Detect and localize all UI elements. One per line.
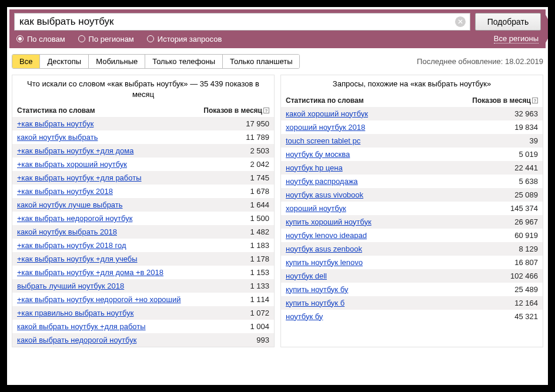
filter-by-regions[interactable]: По регионам [78,35,134,43]
clear-icon[interactable]: ✕ [455,16,466,27]
query-link[interactable]: +как выбрать недорогой ноутбук [17,214,132,223]
tab-3[interactable]: Только телефоны [145,55,223,68]
submit-button[interactable]: Подобрать [475,13,541,31]
impressions-count: 45 321 [510,312,538,321]
query-link[interactable]: +как выбрать ноутбук +для учебы [17,254,138,263]
left-header-stat: Статистика по словам [17,106,95,115]
query-link[interactable]: ноутбук dell [286,272,327,280]
left-header-count: Показов в месяц? [203,106,269,115]
impressions-count: 39 [525,136,538,145]
right-row: ноутбук lenovo ideapad60 919 [281,229,543,242]
impressions-count: 1 482 [245,227,269,236]
query-link[interactable]: +как выбрать ноутбук недорогой +но хорош… [17,295,181,304]
left-row: какой ноутбук выбрать11 789 [12,130,274,144]
right-row: какой хороший ноутбук32 963 [281,107,543,120]
right-row: ноутбук hp цена22 441 [281,161,543,175]
impressions-count: 25 089 [510,190,538,199]
left-row: +как выбрать ноутбук +для дома +в 20181 … [12,266,274,279]
query-link[interactable]: хороший ноутбук 2018 [286,123,365,132]
right-row: ноутбук бу москва5 019 [281,148,543,161]
help-icon[interactable]: ? [263,108,269,113]
right-row: ноутбук распродажа5 638 [281,175,543,188]
query-link[interactable]: ноутбук lenovo ideapad [286,231,367,240]
radio-icon [16,35,24,42]
tab-2[interactable]: Мобильные [89,55,145,68]
query-link[interactable]: +как выбрать ноутбук +для дома [17,146,133,155]
impressions-count: 25 489 [510,285,538,294]
query-link[interactable]: ноутбук asus vivobook [286,190,363,199]
all-regions-link[interactable]: Все регионы [494,34,539,43]
query-link[interactable]: touch screen tablet pc [286,136,360,145]
left-row: какой выбрать ноутбук +для работы1 004 [12,320,274,333]
query-link[interactable]: какой выбрать ноутбук +для работы [17,322,146,331]
query-link[interactable]: +как правильно выбрать ноутбук [17,309,133,317]
topbar: ✕ Подобрать По словам По регионам Истори… [9,9,546,48]
impressions-count: 1 133 [245,282,269,290]
query-link[interactable]: +как выбрать ноутбук +для дома +в 2018 [17,268,163,277]
filter-by-words[interactable]: По словам [16,35,65,43]
impressions-count: 1 500 [245,214,269,223]
right-row: ноутбук asus vivobook25 089 [281,188,543,202]
query-link[interactable]: +как выбрать ноутбук 2018 [17,187,113,196]
radio-icon [147,35,154,42]
query-link[interactable]: +как выбрать ноутбук +для работы [17,173,142,182]
right-row: купить ноутбук б12 164 [281,296,543,310]
right-title: Запросы, похожие на «как выбрать ноутбук… [281,75,543,94]
right-column: Запросы, похожие на «как выбрать ноутбук… [280,75,543,347]
filter-label: История запросов [158,35,222,43]
impressions-count: 5 019 [514,150,538,159]
query-link[interactable]: ноутбук бу москва [286,150,350,159]
impressions-count: 12 164 [510,299,538,307]
impressions-count: 1 183 [245,241,269,250]
right-row: купить хороший ноутбук26 967 [281,215,543,229]
query-link[interactable]: купить ноутбук бу [286,285,348,294]
impressions-count: 22 441 [510,163,538,172]
left-column: Что искали со словом «как выбрать ноутбу… [12,75,275,347]
query-link[interactable]: купить хороший ноутбук [286,217,372,226]
impressions-count: 2 503 [245,146,269,155]
query-link[interactable]: выбрать лучший ноутбук 2018 [17,282,124,290]
left-row: +как правильно выбрать ноутбук1 072 [12,306,274,320]
right-header-count: Показов в месяц? [472,96,538,105]
impressions-count: 1 153 [245,268,269,277]
impressions-count: 1 004 [245,322,269,331]
query-link[interactable]: +как выбрать хороший ноутбук [17,160,127,169]
impressions-count: 16 807 [510,258,538,267]
left-row: какой ноутбук выбрать 20181 482 [12,225,274,239]
last-updated: Последнее обновление: 18.02.2019 [417,57,543,66]
query-link[interactable]: +как выбрать ноутбук [17,119,93,128]
filter-label: По регионам [89,35,134,43]
help-icon[interactable]: ? [532,98,538,103]
query-link[interactable]: купить ноутбук б [286,299,345,307]
impressions-count: 60 919 [510,231,538,240]
left-row: +как выбрать ноутбук +для работы1 745 [12,171,274,185]
left-row: какой ноутбук лучше выбрать1 644 [12,198,274,212]
query-link[interactable]: ноутбук распродажа [286,177,358,186]
filter-history[interactable]: История запросов [147,35,222,43]
query-link[interactable]: +как выбрать ноутбук 2018 год [17,241,126,250]
query-link[interactable]: какой ноутбук выбрать 2018 [17,227,117,236]
tab-4[interactable]: Только планшеты [223,55,299,68]
left-row: +как выбрать ноутбук17 950 [12,117,274,130]
search-input[interactable] [14,13,470,31]
query-link[interactable]: ноутбук hp цена [286,163,343,172]
tab-0[interactable]: Все [12,55,40,68]
right-row: ноутбук бу45 321 [281,310,543,323]
left-row: +как выбрать ноутбук +для учебы1 178 [12,252,274,266]
query-link[interactable]: какой хороший ноутбук [286,109,368,118]
query-link[interactable]: ноутбук asus zenbook [286,244,362,253]
right-row: купить ноутбук lenovo16 807 [281,256,543,269]
query-link[interactable]: ноутбук бу [286,312,323,321]
impressions-count: 1 114 [245,295,269,304]
query-link[interactable]: какой ноутбук выбрать [17,133,98,142]
right-row: хороший ноутбук145 374 [281,202,543,215]
query-link[interactable]: какой ноутбук лучше выбрать [17,200,123,209]
query-link[interactable]: купить ноутбук lenovo [286,258,363,267]
tab-1[interactable]: Десктопы [40,55,89,68]
impressions-count: 19 834 [510,123,538,132]
query-link[interactable]: какой выбрать недорогой ноутбук [17,336,136,344]
impressions-count: 11 789 [241,133,269,142]
impressions-count: 993 [252,336,269,344]
left-row: +как выбрать ноутбук 2018 год1 183 [12,239,274,252]
query-link[interactable]: хороший ноутбук [286,204,346,213]
